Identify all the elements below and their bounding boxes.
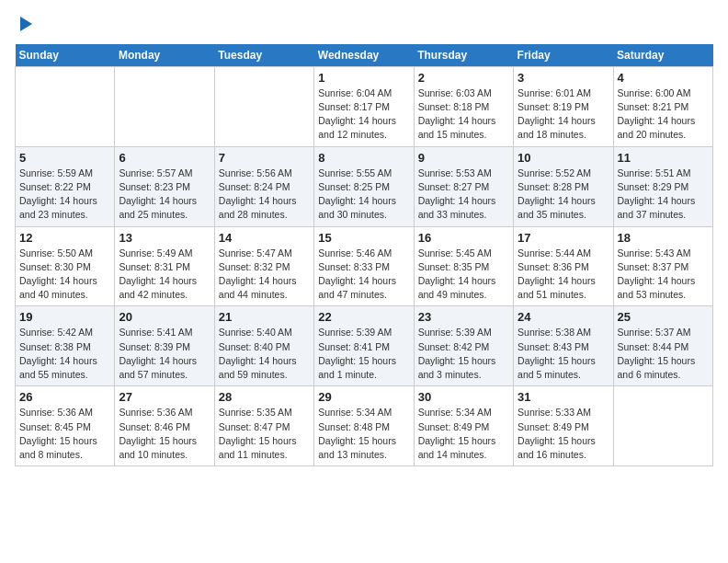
calendar-cell: 16Sunrise: 5:45 AM Sunset: 8:35 PM Dayli… (414, 226, 513, 306)
day-info: Sunrise: 5:39 AM Sunset: 8:42 PM Dayligh… (418, 326, 509, 382)
calendar-cell: 29Sunrise: 5:34 AM Sunset: 8:48 PM Dayli… (314, 386, 414, 466)
calendar-cell (214, 66, 313, 146)
day-number: 23 (418, 310, 509, 324)
day-of-week-header: Saturday (613, 44, 712, 67)
day-info: Sunrise: 5:40 AM Sunset: 8:40 PM Dayligh… (219, 326, 310, 382)
day-info: Sunrise: 6:01 AM Sunset: 8:19 PM Dayligh… (518, 86, 609, 143)
day-of-week-header: Friday (514, 44, 613, 67)
calendar-cell: 1Sunrise: 6:04 AM Sunset: 8:17 PM Daylig… (314, 66, 414, 146)
calendar-cell: 17Sunrise: 5:44 AM Sunset: 8:36 PM Dayli… (514, 226, 613, 306)
day-number: 14 (219, 231, 310, 245)
day-number: 25 (618, 310, 709, 324)
day-info: Sunrise: 5:57 AM Sunset: 8:23 PM Dayligh… (119, 167, 210, 223)
day-number: 11 (618, 151, 709, 165)
day-number: 13 (119, 231, 210, 245)
calendar-cell: 14Sunrise: 5:47 AM Sunset: 8:32 PM Dayli… (214, 226, 313, 306)
day-info: Sunrise: 6:00 AM Sunset: 8:21 PM Dayligh… (618, 86, 709, 143)
calendar-cell: 18Sunrise: 5:43 AM Sunset: 8:37 PM Dayli… (613, 226, 712, 306)
day-number: 31 (518, 390, 609, 404)
calendar-cell: 4Sunrise: 6:00 AM Sunset: 8:21 PM Daylig… (613, 66, 712, 146)
logo-arrow-icon (20, 17, 32, 31)
day-number: 15 (318, 231, 409, 245)
page-header (15, 15, 713, 33)
calendar-table: SundayMondayTuesdayWednesdayThursdayFrid… (15, 44, 713, 466)
calendar-cell: 13Sunrise: 5:49 AM Sunset: 8:31 PM Dayli… (115, 226, 214, 306)
day-number: 5 (19, 151, 110, 165)
day-info: Sunrise: 5:34 AM Sunset: 8:49 PM Dayligh… (418, 406, 509, 462)
day-info: Sunrise: 5:36 AM Sunset: 8:45 PM Dayligh… (19, 406, 110, 462)
calendar-cell: 26Sunrise: 5:36 AM Sunset: 8:45 PM Dayli… (16, 386, 115, 466)
day-number: 2 (418, 71, 509, 85)
day-number: 10 (518, 151, 609, 165)
day-number: 27 (119, 390, 210, 404)
calendar-cell (115, 66, 214, 146)
day-number: 4 (618, 71, 709, 85)
day-info: Sunrise: 5:52 AM Sunset: 8:28 PM Dayligh… (518, 167, 609, 223)
day-info: Sunrise: 5:45 AM Sunset: 8:35 PM Dayligh… (418, 247, 509, 303)
day-info: Sunrise: 5:34 AM Sunset: 8:48 PM Dayligh… (318, 406, 409, 462)
calendar-cell (16, 66, 115, 146)
calendar-cell: 23Sunrise: 5:39 AM Sunset: 8:42 PM Dayli… (414, 306, 513, 386)
day-info: Sunrise: 5:49 AM Sunset: 8:31 PM Dayligh… (119, 247, 210, 303)
day-number: 6 (119, 151, 210, 165)
day-info: Sunrise: 5:43 AM Sunset: 8:37 PM Dayligh… (618, 247, 709, 303)
day-info: Sunrise: 5:35 AM Sunset: 8:47 PM Dayligh… (219, 406, 310, 462)
day-number: 17 (518, 231, 609, 245)
calendar-cell: 10Sunrise: 5:52 AM Sunset: 8:28 PM Dayli… (514, 146, 613, 226)
day-number: 22 (318, 310, 409, 324)
day-number: 24 (518, 310, 609, 324)
calendar-cell: 19Sunrise: 5:42 AM Sunset: 8:38 PM Dayli… (16, 306, 115, 386)
calendar-cell: 25Sunrise: 5:37 AM Sunset: 8:44 PM Dayli… (613, 306, 712, 386)
day-info: Sunrise: 6:03 AM Sunset: 8:18 PM Dayligh… (418, 86, 509, 143)
day-number: 28 (219, 390, 310, 404)
calendar-cell: 20Sunrise: 5:41 AM Sunset: 8:39 PM Dayli… (115, 306, 214, 386)
day-of-week-header: Wednesday (314, 44, 414, 67)
day-number: 16 (418, 231, 509, 245)
calendar-cell: 7Sunrise: 5:56 AM Sunset: 8:24 PM Daylig… (214, 146, 313, 226)
day-number: 20 (119, 310, 210, 324)
calendar-cell: 6Sunrise: 5:57 AM Sunset: 8:23 PM Daylig… (115, 146, 214, 226)
day-info: Sunrise: 5:36 AM Sunset: 8:46 PM Dayligh… (119, 406, 210, 462)
day-info: Sunrise: 5:46 AM Sunset: 8:33 PM Dayligh… (318, 247, 409, 303)
day-info: Sunrise: 5:44 AM Sunset: 8:36 PM Dayligh… (518, 247, 609, 303)
day-info: Sunrise: 5:53 AM Sunset: 8:27 PM Dayligh… (418, 167, 509, 223)
day-info: Sunrise: 5:42 AM Sunset: 8:38 PM Dayligh… (19, 326, 110, 382)
day-number: 8 (318, 151, 409, 165)
day-of-week-header: Thursday (414, 44, 513, 67)
calendar-cell: 5Sunrise: 5:59 AM Sunset: 8:22 PM Daylig… (16, 146, 115, 226)
day-info: Sunrise: 5:41 AM Sunset: 8:39 PM Dayligh… (119, 326, 210, 382)
calendar-cell: 12Sunrise: 5:50 AM Sunset: 8:30 PM Dayli… (16, 226, 115, 306)
calendar-cell: 2Sunrise: 6:03 AM Sunset: 8:18 PM Daylig… (414, 66, 513, 146)
day-of-week-header: Sunday (16, 44, 115, 67)
day-info: Sunrise: 5:50 AM Sunset: 8:30 PM Dayligh… (19, 247, 110, 303)
day-info: Sunrise: 5:47 AM Sunset: 8:32 PM Dayligh… (219, 247, 310, 303)
day-number: 1 (318, 71, 409, 85)
day-number: 12 (19, 231, 110, 245)
day-info: Sunrise: 5:56 AM Sunset: 8:24 PM Dayligh… (219, 167, 310, 223)
calendar-cell: 21Sunrise: 5:40 AM Sunset: 8:40 PM Dayli… (214, 306, 313, 386)
day-number: 29 (318, 390, 409, 404)
logo (15, 15, 32, 33)
calendar-cell: 3Sunrise: 6:01 AM Sunset: 8:19 PM Daylig… (514, 66, 613, 146)
day-number: 7 (219, 151, 310, 165)
day-number: 19 (19, 310, 110, 324)
day-info: Sunrise: 6:04 AM Sunset: 8:17 PM Dayligh… (318, 86, 409, 143)
day-number: 9 (418, 151, 509, 165)
day-info: Sunrise: 5:33 AM Sunset: 8:49 PM Dayligh… (518, 406, 609, 462)
day-number: 26 (19, 390, 110, 404)
day-number: 21 (219, 310, 310, 324)
day-number: 3 (518, 71, 609, 85)
calendar-cell: 9Sunrise: 5:53 AM Sunset: 8:27 PM Daylig… (414, 146, 513, 226)
day-info: Sunrise: 5:59 AM Sunset: 8:22 PM Dayligh… (19, 167, 110, 223)
calendar-cell: 31Sunrise: 5:33 AM Sunset: 8:49 PM Dayli… (514, 386, 613, 466)
calendar-cell: 24Sunrise: 5:38 AM Sunset: 8:43 PM Dayli… (514, 306, 613, 386)
calendar-cell: 30Sunrise: 5:34 AM Sunset: 8:49 PM Dayli… (414, 386, 513, 466)
day-number: 30 (418, 390, 509, 404)
calendar-cell (613, 386, 712, 466)
calendar-cell: 11Sunrise: 5:51 AM Sunset: 8:29 PM Dayli… (613, 146, 712, 226)
calendar-cell: 15Sunrise: 5:46 AM Sunset: 8:33 PM Dayli… (314, 226, 414, 306)
day-info: Sunrise: 5:37 AM Sunset: 8:44 PM Dayligh… (618, 326, 709, 382)
day-info: Sunrise: 5:38 AM Sunset: 8:43 PM Dayligh… (518, 326, 609, 382)
calendar-cell: 22Sunrise: 5:39 AM Sunset: 8:41 PM Dayli… (314, 306, 414, 386)
calendar-cell: 27Sunrise: 5:36 AM Sunset: 8:46 PM Dayli… (115, 386, 214, 466)
